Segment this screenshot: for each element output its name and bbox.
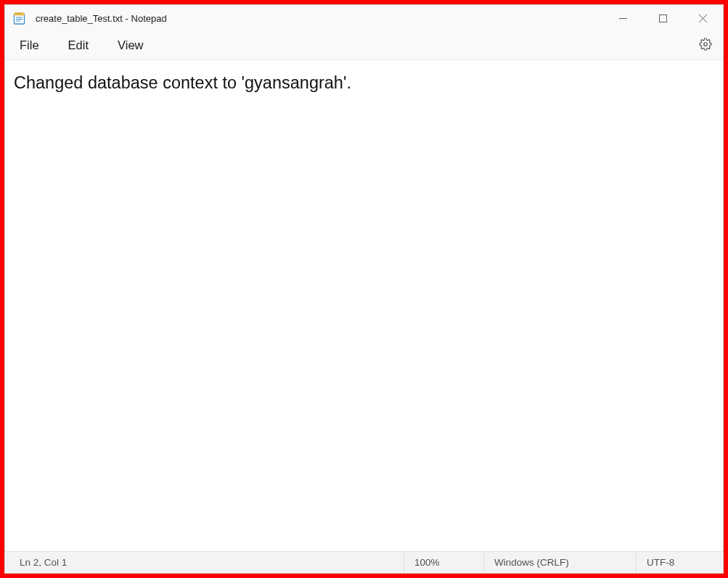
settings-button[interactable] <box>694 34 717 57</box>
svg-point-13 <box>704 42 708 46</box>
maximize-button[interactable] <box>643 5 683 31</box>
cursor-position: Ln 2, Col 1 <box>5 552 77 573</box>
line-ending: Windows (CRLF) <box>483 552 636 573</box>
notepad-window: create_table_Test.txt - Notepad File Edi… <box>4 4 724 574</box>
encoding: UTF-8 <box>636 552 723 573</box>
gear-icon <box>699 38 712 54</box>
window-controls <box>603 5 723 31</box>
minimize-button[interactable] <box>603 5 643 31</box>
editor-content: Changed database context to 'gyansangrah… <box>14 73 714 93</box>
titlebar: create_table_Test.txt - Notepad <box>5 5 723 31</box>
menu-edit[interactable]: Edit <box>60 34 97 57</box>
menu-view[interactable]: View <box>109 34 152 57</box>
text-editor[interactable]: Changed database context to 'gyansangrah… <box>5 60 723 551</box>
window-title: create_table_Test.txt - Notepad <box>36 13 603 24</box>
close-button[interactable] <box>683 5 723 31</box>
svg-rect-10 <box>660 15 667 22</box>
menubar: File Edit View <box>5 31 723 60</box>
notepad-icon <box>12 12 25 25</box>
menu-file[interactable]: File <box>11 34 48 57</box>
zoom-level: 100% <box>404 552 483 573</box>
statusbar: Ln 2, Col 1 100% Windows (CRLF) UTF-8 <box>5 551 723 573</box>
